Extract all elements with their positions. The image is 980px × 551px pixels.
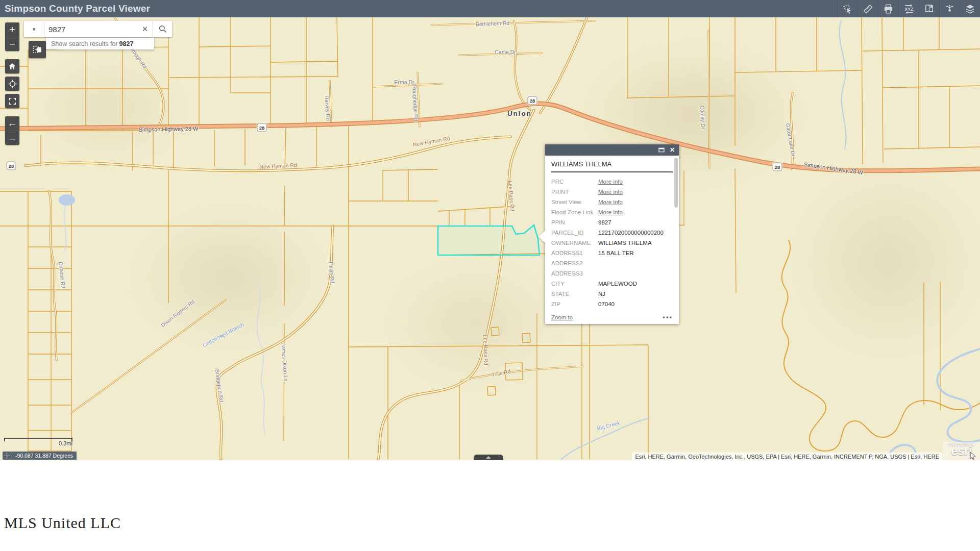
bookmarks-button[interactable] bbox=[919, 0, 939, 17]
crosshair-icon[interactable] bbox=[3, 452, 12, 460]
zoom-in-button[interactable]: + bbox=[5, 22, 19, 37]
svg-text:XYZ: XYZ bbox=[904, 6, 913, 11]
field-value: NJ bbox=[598, 290, 605, 297]
field-label: ZIP bbox=[551, 300, 598, 308]
popup-body: WILLIAMS THELMA PRCMore infoPRINTMore in… bbox=[545, 156, 679, 312]
search-icon[interactable] bbox=[153, 21, 172, 37]
field-label: PRINT bbox=[551, 188, 598, 195]
popup-field-row: STATENJ bbox=[551, 289, 673, 299]
attribute-table-tab[interactable] bbox=[474, 455, 503, 460]
next-extent-button[interactable]: → bbox=[5, 131, 19, 145]
popup-field-row: PARCEL_ID12217020000000000200 bbox=[551, 228, 673, 238]
layers-button[interactable] bbox=[960, 0, 980, 17]
more-info-link[interactable]: More info bbox=[598, 188, 623, 195]
highway-shield: 28 bbox=[257, 123, 267, 132]
header-toolbar: XYZ bbox=[837, 0, 980, 17]
layers-icon bbox=[964, 3, 976, 15]
app-title: Simpson County Parcel Viewer bbox=[0, 3, 150, 14]
popup-field-row: Flood Zone LinkMore info bbox=[551, 207, 673, 217]
popup-scrollbar[interactable] bbox=[674, 158, 678, 208]
field-label: ADDRESS1 bbox=[551, 249, 598, 257]
field-label: PRC bbox=[551, 178, 598, 185]
field-label: ADDRESS2 bbox=[551, 260, 598, 267]
popup-field-row: Street ViewMore info bbox=[551, 197, 673, 207]
highway-shield: 28 bbox=[7, 162, 16, 170]
popup-field-row: ADDRESS3 bbox=[551, 268, 673, 279]
share-icon bbox=[944, 3, 955, 15]
scale-bar-label: 0.3mi bbox=[4, 440, 72, 446]
popup-titlebar: ✕ bbox=[545, 144, 679, 156]
popup-title: WILLIAMS THELMA bbox=[551, 160, 673, 171]
search-source-dropdown[interactable]: ▾ bbox=[24, 21, 44, 37]
field-value: 9827 bbox=[598, 219, 611, 226]
scale-bar: 0.3mi bbox=[4, 438, 72, 446]
zoom-out-button[interactable]: − bbox=[5, 37, 19, 51]
chevron-up-icon bbox=[486, 456, 491, 459]
field-label: ADDRESS3 bbox=[551, 270, 598, 277]
field-label: PARCEL_ID bbox=[551, 229, 598, 236]
brand-text: MLS United LLC bbox=[4, 514, 121, 532]
xyz-coordinates-button[interactable]: XYZ bbox=[898, 0, 919, 17]
popup-close-icon[interactable]: ✕ bbox=[670, 146, 675, 154]
coordinates-readout: -90.087 31.887 Degrees bbox=[12, 453, 77, 459]
popup-footer: Zoom to ••• bbox=[545, 312, 679, 324]
coordinates-badge: -90.087 31.887 Degrees bbox=[3, 452, 77, 460]
popup-pointer bbox=[538, 230, 546, 243]
print-button[interactable] bbox=[878, 0, 898, 17]
zoom-control: + − bbox=[5, 22, 19, 51]
field-label: Street View bbox=[551, 198, 598, 206]
zoom-to-link[interactable]: Zoom to bbox=[551, 314, 573, 320]
popup-field-row: CITYMAPLEWOOD bbox=[551, 279, 673, 289]
xyz-coordinates-icon: XYZ bbox=[902, 3, 916, 15]
previous-extent-button[interactable]: ← bbox=[5, 116, 19, 131]
popup-field-row: PRCMore info bbox=[551, 177, 673, 187]
map-canvas[interactable]: UnionSimpson Highway 28 WSimpson Highway… bbox=[0, 17, 980, 460]
select-tool-button[interactable] bbox=[837, 0, 857, 17]
field-label: PPIN bbox=[551, 219, 598, 226]
popup-field-row: ADDRESS2 bbox=[551, 258, 673, 268]
field-value: 15 BALL TER bbox=[598, 249, 634, 257]
popup-field-row: ADDRESS115 BALL TER bbox=[551, 248, 673, 258]
more-info-link[interactable]: More info bbox=[598, 209, 623, 216]
field-value: WILLIAMS THELMA bbox=[598, 239, 652, 246]
print-icon bbox=[883, 3, 894, 15]
measure-button[interactable] bbox=[857, 0, 878, 17]
popup-field-row: PRINTMore info bbox=[551, 187, 673, 197]
popup-more-actions[interactable]: ••• bbox=[663, 316, 673, 319]
mouse-cursor-icon bbox=[970, 452, 977, 460]
popup-attribute-table: PRCMore infoPRINTMore infoStreet ViewMor… bbox=[551, 177, 673, 309]
popup-field-row: PPIN9827 bbox=[551, 217, 673, 228]
locate-button[interactable] bbox=[5, 77, 19, 91]
field-value: 12217020000000000200 bbox=[598, 229, 664, 236]
popup-field-row: ZIP07040 bbox=[551, 299, 673, 309]
measure-icon bbox=[862, 3, 874, 15]
basemap-toggle-button[interactable] bbox=[29, 41, 46, 58]
selected-parcel-highlight bbox=[438, 225, 540, 255]
search-input[interactable] bbox=[44, 21, 137, 37]
search-suggestion[interactable]: Show search results for 9827 bbox=[46, 38, 154, 49]
parcel-popup: ✕ WILLIAMS THELMA PRCMore infoPRINTMore … bbox=[545, 144, 679, 324]
suggestion-term: 9827 bbox=[119, 40, 134, 47]
fullscreen-button[interactable] bbox=[5, 94, 19, 108]
map-attribution: Esri, HERE, Garmin, GeoTechnologies, Inc… bbox=[632, 453, 942, 460]
locate-icon bbox=[8, 79, 17, 89]
field-label: OWNERNAME bbox=[551, 239, 598, 246]
bookmarks-icon bbox=[923, 3, 935, 15]
more-info-link[interactable]: More info bbox=[598, 178, 623, 185]
suggestion-text: Show search results for bbox=[51, 40, 118, 47]
field-value: MAPLEWOOD bbox=[598, 280, 637, 287]
search-widget: ▾ ✕ bbox=[24, 21, 172, 37]
fullscreen-icon bbox=[8, 97, 17, 106]
home-button[interactable] bbox=[5, 59, 19, 73]
map-vector-layer bbox=[0, 17, 980, 460]
extent-nav-control: ← → bbox=[5, 116, 19, 145]
more-info-link[interactable]: More info bbox=[598, 198, 623, 206]
popup-field-row: OWNERNAMEWILLIAMS THELMA bbox=[551, 238, 673, 248]
share-button[interactable] bbox=[939, 0, 960, 17]
highway-shield: 28 bbox=[528, 96, 537, 105]
basemap-toggle-icon bbox=[32, 44, 43, 55]
field-label: STATE bbox=[551, 290, 598, 297]
search-clear-icon[interactable]: ✕ bbox=[137, 21, 153, 37]
popup-maximize-icon[interactable] bbox=[658, 147, 665, 153]
field-label: CITY bbox=[551, 280, 598, 287]
